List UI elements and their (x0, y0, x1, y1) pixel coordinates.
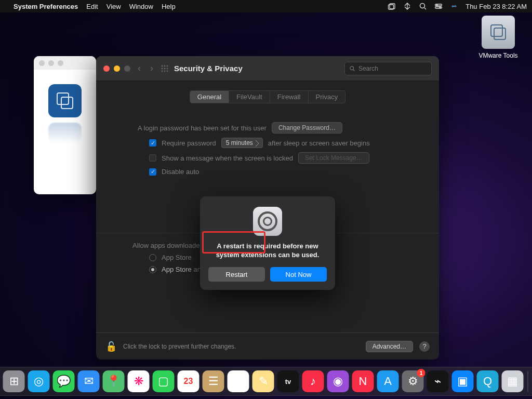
badge: 1 (417, 369, 425, 377)
dock-appstore[interactable]: A (377, 370, 399, 392)
menu-view[interactable]: View (107, 3, 121, 10)
control-center-icon[interactable] (434, 2, 443, 10)
require-password-delay-select[interactable]: 5 minutes (221, 138, 263, 148)
dock-separator (528, 371, 528, 392)
svg-point-21 (350, 66, 354, 70)
siri-icon[interactable] (450, 2, 458, 10)
dock-music[interactable]: ♪ (302, 370, 324, 392)
svg-rect-9 (494, 28, 506, 39)
window-toolbar: ‹ › Security & Privacy Search (96, 56, 439, 81)
radio-identified-developers[interactable] (149, 266, 156, 273)
spotlight-icon[interactable] (419, 2, 427, 10)
dock-maps[interactable]: 📍 (103, 370, 125, 392)
svg-point-20 (167, 70, 168, 72)
search-field[interactable]: Search (344, 62, 432, 75)
close-button[interactable] (103, 65, 110, 72)
svg-point-18 (162, 70, 163, 72)
vmware-installer-window[interactable] (34, 56, 96, 194)
minimize-button[interactable] (114, 65, 120, 72)
system-preferences-window: ‹ › Security & Privacy Search General Fi… (96, 56, 439, 360)
app-menu[interactable]: System Preferences (14, 3, 78, 10)
not-now-button[interactable]: Not Now (270, 267, 327, 282)
desktop-icon-vmware-tools[interactable]: VMware Tools (475, 16, 522, 59)
restart-required-dialog: A restart is required before new system … (200, 196, 335, 290)
dock-keynote[interactable]: ▣ (452, 370, 474, 392)
dock-tv[interactable]: tv (277, 370, 299, 392)
dock-messages[interactable]: 💬 (53, 370, 75, 392)
menu-help[interactable]: Help (162, 3, 176, 10)
restart-button[interactable]: Restart (208, 267, 265, 282)
logo-reflection (48, 123, 82, 143)
dock-launchpad[interactable]: ⊞ (3, 370, 25, 392)
dock: ☺⊞◎💬✉📍❋▢23☰☲✎tv♪◉NA⚙1⌁▣Q▦🗑 (0, 367, 532, 396)
close-button[interactable] (39, 60, 45, 66)
network-icon[interactable] (403, 2, 411, 10)
dock-podcasts[interactable]: ◉ (327, 370, 349, 392)
svg-rect-8 (491, 25, 502, 36)
zoom-button[interactable] (124, 65, 130, 72)
lock-icon[interactable]: 🔓 (105, 341, 117, 352)
svg-point-16 (164, 68, 166, 69)
menu-window[interactable]: Window (129, 3, 153, 10)
svg-point-6 (440, 7, 441, 8)
dialog-message-line1: A restart is required before new (208, 242, 327, 250)
help-button[interactable]: ? (419, 341, 430, 352)
lock-text: Click the lock to prevent further change… (123, 343, 236, 350)
menubar-datetime[interactable]: Thu Feb 23 8:22 AM (466, 3, 527, 10)
svg-point-15 (162, 68, 163, 69)
stage-manager-icon[interactable] (388, 2, 396, 10)
svg-point-17 (167, 68, 168, 69)
dialog-message-line2: system extensions can be used. (208, 251, 327, 259)
disk-icon (482, 16, 515, 49)
radio-app-store[interactable] (149, 254, 156, 261)
dock-photos[interactable]: ❋ (128, 370, 150, 392)
dock-reminders[interactable]: ☲ (228, 370, 249, 392)
dock-activity-monitor[interactable]: ⌁ (427, 370, 449, 392)
zoom-button[interactable] (58, 60, 63, 66)
dock-news[interactable]: N (352, 370, 374, 392)
back-button[interactable]: ‹ (136, 63, 143, 74)
system-preferences-icon (253, 207, 282, 236)
dock-quicktime[interactable]: Q (477, 370, 499, 392)
dock-mail[interactable]: ✉ (78, 370, 100, 392)
minimize-button[interactable] (48, 60, 54, 66)
menu-edit[interactable]: Edit (86, 3, 98, 10)
svg-point-12 (162, 65, 163, 66)
dock-calendar[interactable]: 23 (178, 370, 200, 392)
dock-facetime[interactable]: ▢ (153, 370, 175, 392)
svg-rect-10 (57, 93, 69, 104)
dock-vmware[interactable]: ▦ (502, 370, 524, 392)
dock-contacts[interactable]: ☰ (203, 370, 224, 392)
desktop-icon-label: VMware Tools (475, 52, 522, 59)
forward-button[interactable]: › (148, 63, 155, 74)
window-title: Security & Privacy (174, 64, 243, 73)
svg-point-14 (167, 65, 168, 66)
bottom-bar: 🔓 Click the lock to prevent further chan… (96, 332, 439, 360)
svg-point-5 (436, 5, 437, 6)
show-all-icon[interactable] (161, 64, 169, 73)
svg-point-13 (164, 65, 166, 66)
dock-safari[interactable]: ◎ (28, 370, 50, 392)
dock-system-preferences[interactable]: ⚙1 (402, 370, 424, 392)
search-icon (349, 65, 355, 72)
vmware-logo-icon (48, 84, 82, 117)
search-placeholder: Search (358, 65, 378, 72)
advanced-button[interactable]: Advanced… (366, 341, 413, 352)
svg-rect-11 (61, 97, 73, 109)
dock-notes[interactable]: ✎ (252, 370, 274, 392)
menubar: System Preferences Edit View Window Help… (0, 0, 532, 12)
svg-point-2 (420, 4, 425, 8)
svg-point-19 (164, 70, 166, 72)
